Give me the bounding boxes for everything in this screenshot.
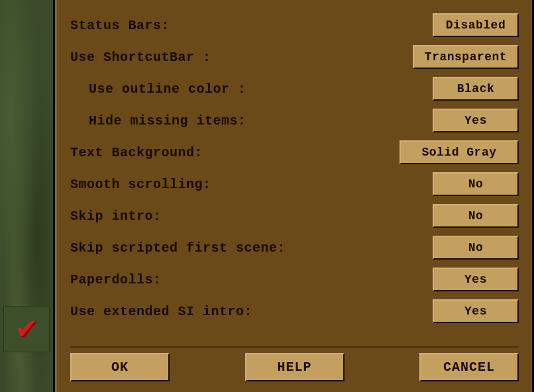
cancel-button[interactable]: CANCEL (419, 353, 519, 381)
btn-status-bars[interactable]: Disabled (433, 13, 519, 37)
ok-button[interactable]: OK (70, 353, 170, 381)
btn-shortcut-bar[interactable]: Transparent (413, 45, 519, 69)
label-skip-scripted: Skip scripted first scene: (70, 240, 286, 256)
btn-text-background[interactable]: Solid Gray (400, 140, 519, 164)
label-shortcut-bar: Use ShortcutBar : (70, 50, 211, 65)
label-hide-missing: Hide missing items: (70, 113, 246, 128)
label-status-bars: Status Bars: (70, 18, 170, 33)
settings-area: Status Bars:DisabledUse ShortcutBar :Tra… (70, 11, 519, 346)
label-extended-intro: Use extended SI intro: (70, 304, 252, 319)
label-paperdolls: Paperdolls: (70, 272, 162, 287)
setting-row-skip-scripted: Skip scripted first scene:No (70, 233, 519, 262)
setting-row-text-background: Text Background:Solid Gray (70, 138, 519, 167)
btn-skip-scripted[interactable]: No (433, 236, 519, 260)
setting-row-shortcut-bar: Use ShortcutBar :Transparent (70, 42, 519, 72)
label-skip-intro: Skip intro: (70, 209, 162, 224)
setting-row-outline-color: Use outline color :Black (70, 74, 519, 103)
help-button[interactable]: HELP (245, 353, 345, 381)
bottom-bar: OK HELP CANCEL (70, 346, 519, 381)
btn-smooth-scrolling[interactable]: No (433, 172, 519, 196)
settings-dialog: Status Bars:DisabledUse ShortcutBar :Tra… (55, 0, 532, 392)
label-text-background: Text Background: (70, 145, 203, 160)
setting-row-hide-missing: Hide missing items:Yes (70, 106, 519, 135)
screen: ✔ Status Bars:DisabledUse ShortcutBar :T… (0, 0, 534, 392)
setting-row-extended-intro: Use extended SI intro:Yes (70, 297, 519, 326)
checkmark-icon: ✔ (17, 313, 36, 345)
btn-paperdolls[interactable]: Yes (433, 268, 519, 291)
checkmark-area: ✔ (3, 306, 50, 352)
btn-skip-intro[interactable]: No (433, 204, 519, 228)
label-smooth-scrolling: Smooth scrolling: (70, 177, 211, 192)
label-outline-color: Use outline color : (70, 81, 246, 97)
btn-outline-color[interactable]: Black (433, 77, 519, 101)
setting-row-smooth-scrolling: Smooth scrolling:No (70, 170, 519, 199)
setting-row-skip-intro: Skip intro:No (70, 201, 519, 230)
btn-hide-missing[interactable]: Yes (433, 109, 519, 132)
setting-row-paperdolls: Paperdolls:Yes (70, 265, 519, 294)
btn-extended-intro[interactable]: Yes (433, 299, 519, 323)
left-panel: ✔ (0, 0, 53, 392)
setting-row-status-bars: Status Bars:Disabled (70, 11, 519, 40)
